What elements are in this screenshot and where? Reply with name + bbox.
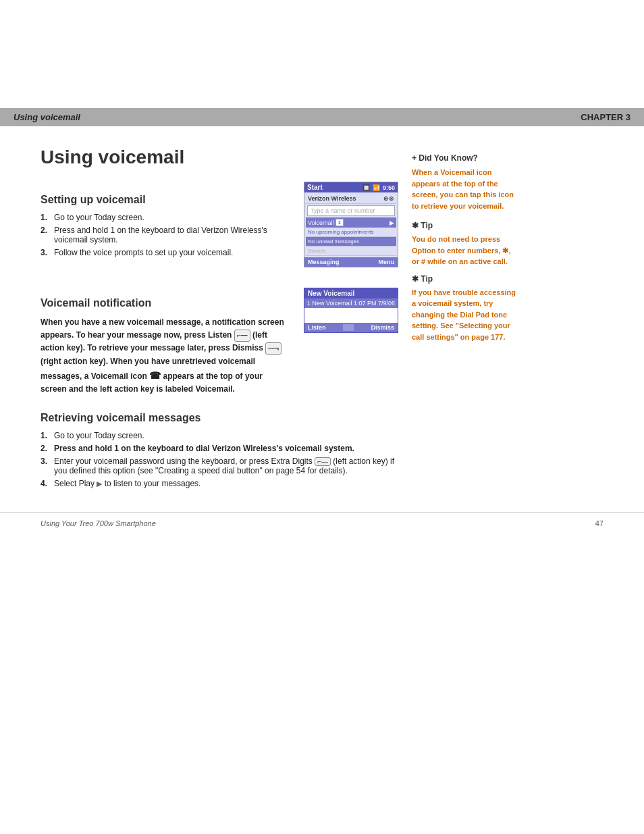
- popup-time: 1:07 PM 7/9/06: [354, 300, 395, 307]
- section-title-setup: Setting up voicemail: [41, 194, 290, 206]
- setup-step-2: 2. Press and hold 1 on the keyboard to d…: [41, 226, 290, 244]
- phone-search-row: Search...: [306, 246, 396, 256]
- phone-start-label: Start: [307, 184, 323, 191]
- tip1-title: ✱ Tip: [412, 221, 520, 230]
- header-right-chapter: CHAPTER 3: [581, 112, 630, 122]
- bottom-spacer: [0, 534, 644, 804]
- did-you-know-title: + Did You Know?: [412, 153, 520, 163]
- phone-voicemail-label: Voicemail: [308, 219, 334, 226]
- phone-input: Type a name or number: [307, 205, 395, 216]
- notification-body: When you have a new voicemail message, a…: [41, 316, 290, 396]
- popup-footer: Listen Dismiss: [304, 323, 398, 332]
- phone-messages: No unread messages: [308, 238, 359, 244]
- setup-step-1: 1. Go to your Today screen.: [41, 213, 290, 222]
- phone-voicemail-count: 1: [336, 219, 344, 226]
- main-content: Using voicemail Setting up voicemail 1. …: [0, 126, 644, 505]
- phone-network-row: Verizon Wireless ⊕⊗: [306, 194, 396, 204]
- retrieving-step-3: 3. Enter your voicemail password using t…: [41, 457, 398, 475]
- retrieving-steps-list: 1. Go to your Today screen. 2. Press and…: [41, 431, 398, 488]
- popup-row: 1 New Voicemail 1:07 PM 7/9/06: [304, 298, 398, 308]
- setup-steps-list: 1. Go to your Today screen. 2. Press and…: [41, 213, 290, 257]
- section-title-retrieving: Retrieving voicemail messages: [41, 412, 398, 424]
- phone-body: Verizon Wireless ⊕⊗ Type a name or numbe…: [304, 192, 398, 257]
- footer-left-text: Using Your Treo 700w Smartphone: [41, 519, 156, 527]
- tip2-text: If you have trouble accessing a voicemai…: [412, 287, 520, 343]
- retrieving-step-2: 2. Press and hold 1 on the keyboard to d…: [41, 444, 398, 453]
- phone-search: Search...: [308, 248, 329, 254]
- page-title: Using voicemail: [41, 147, 398, 168]
- tip1-text: You do not need to press Option to enter…: [412, 234, 520, 267]
- right-sidebar: + Did You Know? When a Voicemail icon ap…: [398, 147, 520, 492]
- phone-appointment-row: No upcoming appointments: [306, 228, 396, 237]
- phone-messages-row: No unread messages: [306, 237, 396, 246]
- phone-appointment: No upcoming appointments: [308, 229, 373, 235]
- did-you-know-text: When a Voicemail icon appears at the top…: [412, 167, 520, 211]
- footer-page-number: 47: [595, 519, 603, 527]
- phone-title-bar: Start 🔲 📶 9:50: [304, 182, 398, 192]
- page-footer: Using Your Treo 700w Smartphone 47: [0, 512, 644, 534]
- popup-empty-area: [304, 308, 398, 323]
- voicemail-popup: New Voicemail 1 New Voicemail 1:07 PM 7/…: [304, 288, 398, 333]
- header-bar: Using voicemail CHAPTER 3: [0, 108, 644, 126]
- popup-icon-btn: [343, 324, 354, 331]
- popup-title-bar: New Voicemail: [304, 288, 398, 298]
- popup-dismiss-btn[interactable]: Dismiss: [371, 324, 394, 331]
- phone-footer-right: Menu: [379, 259, 395, 265]
- phone-footer: Messaging Menu: [304, 257, 398, 267]
- phone-status: 🔲 📶 9:50: [363, 184, 395, 191]
- phone-network: Verizon Wireless: [308, 195, 356, 202]
- phone-screen-mockup: Start 🔲 📶 9:50 Verizon Wireless ⊕⊗: [304, 182, 398, 278]
- phone-footer-left: Messaging: [308, 259, 340, 265]
- retrieving-step-1: 1. Go to your Today screen.: [41, 431, 398, 440]
- phone-voicemail-row: Voicemail 1 ▶: [306, 217, 396, 228]
- popup-row-text: 1 New Voicemail: [307, 300, 352, 307]
- tip2-title: ✱ Tip: [412, 274, 520, 284]
- setup-step-3: 3. Follow the voice prompts to set up yo…: [41, 248, 290, 257]
- phone-time: 9:50: [383, 184, 395, 191]
- voicemail-popup-mockup: New Voicemail 1 New Voicemail 1:07 PM 7/…: [304, 285, 398, 333]
- popup-listen-btn[interactable]: Listen: [308, 324, 326, 331]
- left-column: Using voicemail Setting up voicemail 1. …: [41, 147, 398, 492]
- section-title-notification: Voicemail notification: [41, 297, 290, 309]
- header-left-title: Using voicemail: [14, 112, 80, 122]
- retrieving-step-4: 4. Select Play ▶ to listen to your messa…: [41, 479, 398, 488]
- phone-screen: Start 🔲 📶 9:50 Verizon Wireless ⊕⊗: [304, 182, 398, 267]
